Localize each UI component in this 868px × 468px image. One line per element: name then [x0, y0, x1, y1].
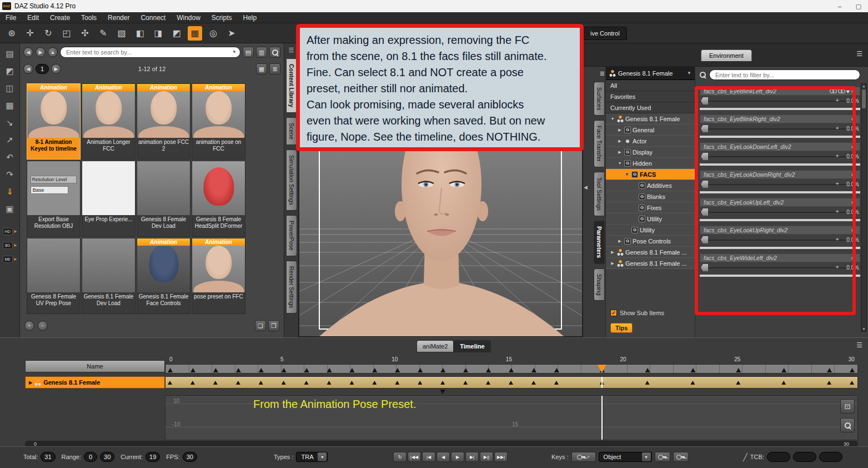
maximize-button[interactable]: ▢ [849, 1, 868, 12]
Parameters[interactable]: Parameters [594, 221, 605, 263]
keyframe-marker[interactable] [372, 368, 377, 372]
parameter-slider[interactable]: + 0.0% [700, 96, 860, 107]
library-item[interactable]: Animation animation pose on FCC [192, 83, 245, 160]
keyframe-marker[interactable] [190, 381, 195, 385]
Timeline[interactable]: Timeline [454, 340, 490, 352]
pose-tool-icon[interactable]: ✣ [78, 26, 92, 41]
new-file-icon[interactable]: ▤ [4, 48, 16, 60]
collapse-pane-icon[interactable]: ◀ [584, 185, 588, 190]
parameter-settings-icon[interactable]: ⚙ [851, 227, 856, 233]
parameter-slider[interactable]: + 0.0% [700, 262, 860, 273]
Surfaces[interactable]: Surfaces [594, 82, 605, 116]
scroll-up-icon[interactable]: ▲ [862, 84, 866, 88]
go-to-start-button[interactable]: |◀◀ [408, 452, 421, 462]
pane-menu-icon[interactable]: ≣ [600, 70, 605, 77]
keyframe-marker[interactable] [418, 368, 423, 372]
library-item[interactable]: Genesis 8.1 Female Dev Load [82, 238, 136, 314]
interpolation-icon[interactable]: ╱ [743, 453, 747, 461]
menu-item[interactable]: Scripts [212, 14, 232, 22]
menu-item[interactable]: Tools [81, 14, 97, 22]
keyframe-marker[interactable] [213, 368, 218, 372]
undo-icon[interactable]: ↶ [4, 151, 16, 163]
menu-item[interactable]: File [6, 14, 16, 22]
open-file-icon[interactable]: ◩ [4, 65, 16, 77]
tree-item[interactable]: ▼ Genesis 8.1 Female [606, 113, 695, 125]
scale-tool-icon[interactable]: ◰ [59, 26, 74, 41]
parameter-slider[interactable]: + 0.0% [700, 151, 860, 162]
tree-expander-icon[interactable]: ▶ [610, 261, 615, 266]
tree-expander-icon[interactable]: ▶ [617, 128, 623, 132]
parameter-settings-icon[interactable]: ⚙ [851, 116, 856, 122]
keyframe-marker[interactable] [440, 381, 445, 385]
slider-handle[interactable] [701, 181, 708, 188]
keyframe-marker[interactable] [850, 368, 855, 372]
surface-brush-icon[interactable]: ✎ [96, 26, 111, 41]
keyframe-marker[interactable] [304, 381, 309, 385]
pointer-tool-icon[interactable]: ➤ [224, 26, 239, 41]
tree-expander-icon[interactable]: ▶ [617, 150, 623, 155]
keyframe-marker[interactable] [645, 381, 650, 385]
keyframe-marker[interactable] [554, 368, 559, 372]
nudge-up-icon[interactable]: + [836, 125, 839, 131]
parameter-slider[interactable]: + 0.0% [700, 235, 860, 246]
content-filter-icon[interactable]: ▤ [243, 47, 254, 58]
types-dropdown[interactable]: TRA ▼ [296, 452, 328, 462]
tcb-c-field[interactable] [793, 452, 816, 462]
pane-menu-icon[interactable]: ☰ [856, 50, 862, 58]
previous-frame-button[interactable]: ◀ [436, 452, 450, 462]
tips-button[interactable]: Tips [610, 323, 633, 333]
tree-item[interactable]: G Utility [606, 213, 695, 225]
Scene[interactable]: Scene [286, 117, 297, 145]
Face Transfer[interactable]: Face Transfer [594, 120, 605, 167]
fps-field[interactable]: 30 [183, 452, 197, 462]
keyframe-marker[interactable] [418, 381, 422, 385]
keyframe-marker[interactable] [168, 381, 172, 385]
nudge-up-icon[interactable]: + [836, 208, 839, 215]
scroll-down-icon[interactable]: ▼ [862, 327, 866, 331]
cube-x-icon[interactable]: ◧ [133, 26, 147, 41]
merge-content-icon[interactable]: ◫ [4, 82, 16, 94]
parameter-settings-icon[interactable]: ⚙ [851, 255, 856, 261]
tree-expander-icon[interactable]: ▶ [617, 139, 623, 143]
add-category-button[interactable]: + [24, 321, 34, 331]
nudge-up-icon[interactable]: + [836, 97, 839, 103]
timeline-graph-area[interactable]: 10 -10 15 From the Animation Pose Preset… [165, 395, 858, 440]
keyframe-marker[interactable] [554, 381, 559, 385]
quick-filter-item[interactable]: Favorites [606, 91, 695, 102]
parameter-settings-icon[interactable]: ⚙ [851, 200, 856, 206]
keyframe-marker[interactable] [327, 368, 332, 372]
import-icon[interactable]: ↘ [4, 117, 16, 129]
nudge-up-icon[interactable]: + [836, 152, 839, 159]
link-icon[interactable] [830, 89, 836, 93]
parameter-slider[interactable]: + 0.0% [700, 123, 860, 135]
tree-item[interactable]: G Fixes [606, 202, 695, 213]
next-key-button[interactable]: ▶|| [480, 452, 493, 462]
nudge-up-icon[interactable]: + [836, 263, 839, 270]
delete-key-button[interactable] [655, 452, 670, 462]
keyframe-marker[interactable] [509, 381, 513, 385]
link-icon[interactable] [838, 89, 845, 93]
keyframe-marker[interactable] [440, 368, 445, 372]
tree-expander-icon[interactable]: ▶ [617, 239, 623, 243]
thumbnail-view-icon[interactable]: ▦ [256, 63, 267, 74]
key-scope-dropdown[interactable]: Object ▼ [599, 452, 652, 462]
keyframe-marker[interactable] [827, 368, 832, 372]
timeline-menu-icon[interactable]: ☰ [856, 341, 862, 349]
keyframe-marker[interactable] [190, 368, 195, 372]
menu-item[interactable]: Render [108, 14, 129, 22]
library-item[interactable]: Animation Animation Longer FCC [82, 83, 136, 160]
keyframe-marker[interactable] [259, 368, 264, 372]
keyframe-marker[interactable] [690, 368, 695, 372]
keyframe-marker[interactable] [509, 368, 514, 372]
tree-expander-icon[interactable]: ▼ [624, 172, 630, 176]
tree-item[interactable]: ▶ G Pose Controls [606, 236, 695, 247]
parameter-slider[interactable]: + 0.0% [700, 179, 860, 190]
keyframe-marker[interactable] [781, 368, 786, 372]
keyframe-marker[interactable] [349, 381, 354, 385]
panel-options-icon[interactable]: ❐ [268, 320, 279, 331]
library-item[interactable]: Eye Prop Experie... [82, 161, 136, 237]
menu-item[interactable]: Edit [27, 14, 39, 22]
keyframe-marker[interactable] [372, 381, 377, 385]
parameter-settings-icon[interactable]: ⚙ [851, 88, 856, 94]
menu-item[interactable]: Window [177, 14, 200, 22]
